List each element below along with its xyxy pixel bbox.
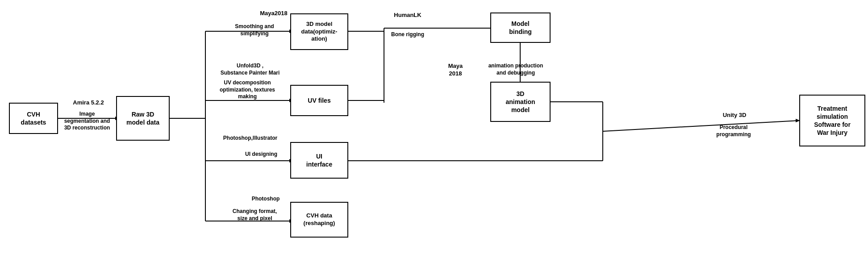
uv-decomp-label: UV decomposition optimization, textures … <box>205 79 289 100</box>
smooth-simplify-label: Smoothing and simplifying <box>219 23 290 37</box>
treatment-software-box: Treatment simulation Software for War In… <box>799 95 865 146</box>
unfold3d-label: Unfold3D , Substance Painter Mari <box>210 63 290 76</box>
diagram: CVH datasets Raw 3D model data 3D model … <box>0 0 868 263</box>
procedural-label: Procedural programming <box>700 124 767 138</box>
photoshop-bottom-label: Photoshop <box>237 196 295 203</box>
model-data-optim-box: 3D model data(optimiz- ation) <box>290 13 348 50</box>
ui-interface-box: UI interface <box>290 142 348 179</box>
3d-animation-model-box: 3D animation model <box>490 82 551 122</box>
cvh-data-reshaping-box: CVH data (reshaping) <box>290 202 348 238</box>
uv-files-box: UV files <box>290 85 348 116</box>
cvh-datasets-box: CVH datasets <box>9 103 58 134</box>
photoshop-illustrator-label: Photoshop,Illustrator <box>209 135 292 142</box>
maya2018-top-label: Maya2018 <box>245 10 303 17</box>
ui-designing-label: UI designing <box>232 151 290 158</box>
changing-format-label: Changing format, size and pixel <box>218 208 292 222</box>
image-seg-label: Image segmentation and 3D reconstruction <box>58 111 116 132</box>
amira-label: Amira 5.2.2 <box>62 99 115 107</box>
bone-rigging-label: Bone rigging <box>383 31 432 38</box>
humanlk-label: HumanLK <box>383 12 432 19</box>
anim-debug-label: animation production and debugging <box>473 63 558 76</box>
unity3d-label: Unity 3D <box>708 112 761 119</box>
raw-3d-model-box: Raw 3D model data <box>116 96 170 141</box>
model-binding-box: Model binding <box>490 13 551 43</box>
maya2018-mid-label: Maya 2018 <box>438 63 473 78</box>
